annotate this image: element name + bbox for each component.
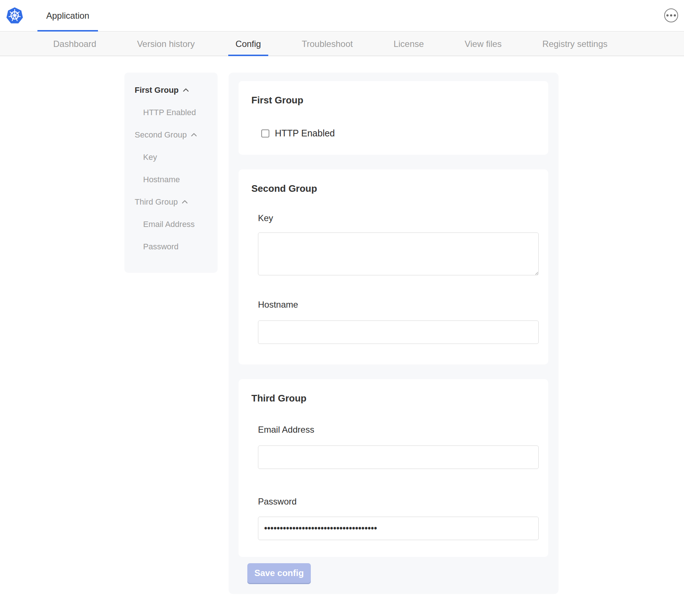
config-form-area: First Group HTTP Enabled Second Group Ke… [229, 73, 559, 594]
app-title: Application [46, 11, 89, 21]
ellipsis-icon [666, 14, 669, 16]
group-title: Second Group [251, 183, 539, 194]
sidebar-item-http-enabled[interactable]: HTTP Enabled [135, 101, 218, 124]
tab-dashboard[interactable]: Dashboard [46, 32, 103, 56]
password-input[interactable] [258, 517, 539, 540]
email-address-label: Email Address [258, 424, 539, 435]
tab-config[interactable]: Config [228, 32, 268, 56]
key-label: Key [258, 213, 539, 224]
tab-troubleshoot[interactable]: Troubleshoot [294, 32, 360, 56]
sidebar-item-hostname[interactable]: Hostname [135, 168, 218, 191]
group-title: Third Group [251, 392, 539, 404]
tab-registry-settings[interactable]: Registry settings [535, 32, 615, 56]
http-enabled-label[interactable]: HTTP Enabled [275, 128, 335, 139]
config-page: Application Dashboard Version history Co… [0, 0, 684, 616]
sidebar-item-password[interactable]: Password [135, 235, 218, 258]
http-enabled-checkbox[interactable] [261, 129, 269, 138]
config-group-card-third: Third Group Email Address Password [239, 379, 548, 557]
tab-license[interactable]: License [386, 32, 431, 56]
kubernetes-logo-icon [6, 7, 23, 25]
sidebar-item-third-group[interactable]: Third Group [135, 191, 218, 213]
tab-version-history[interactable]: Version history [130, 32, 202, 56]
hostname-input[interactable] [258, 320, 539, 344]
overflow-menu-button[interactable] [664, 8, 678, 22]
hostname-label: Hostname [258, 299, 539, 310]
config-group-card-first: First Group HTTP Enabled [239, 81, 548, 155]
sidebar-item-email-address[interactable]: Email Address [135, 213, 218, 235]
app-tab-application[interactable]: Application [37, 0, 98, 31]
app-header: Application [0, 0, 684, 32]
save-config-button[interactable]: Save config [247, 563, 311, 583]
config-sidebar: First Group HTTP Enabled Second Group Ke… [124, 73, 218, 273]
sidebar-item-first-group[interactable]: First Group [135, 79, 218, 101]
sidebar-item-key[interactable]: Key [135, 146, 218, 168]
chevron-up-icon [182, 200, 188, 204]
tab-view-files[interactable]: View files [457, 32, 509, 56]
email-address-input[interactable] [258, 445, 539, 469]
key-textarea[interactable] [258, 232, 539, 275]
sidebar-item-second-group[interactable]: Second Group [135, 124, 218, 146]
config-group-card-second: Second Group Key Hostname [239, 169, 548, 364]
http-enabled-field: HTTP Enabled [261, 128, 539, 139]
group-title: First Group [251, 94, 539, 106]
password-label: Password [258, 496, 539, 507]
chevron-up-icon [183, 88, 189, 92]
nav-tabbar: Dashboard Version history Config Trouble… [0, 32, 684, 56]
chevron-up-icon [191, 133, 197, 137]
